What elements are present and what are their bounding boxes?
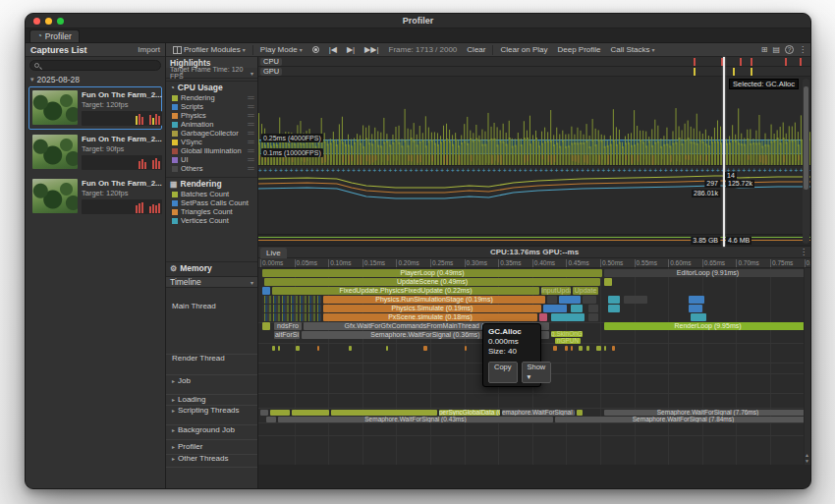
timeline-view-dropdown[interactable]: Timeline▾ [166, 276, 257, 288]
timeline-menu-icon[interactable]: ⋮ [800, 248, 807, 256]
timeline-bar-aitforsi[interactable]: aitForSi [274, 331, 300, 339]
capture-item[interactable]: Fun On The Farm_2...Target: 120fps [28, 86, 162, 130]
time-ruler[interactable]: 0.00ms0.05ms0.10ms0.15ms0.20ms0.25ms0.30… [258, 258, 810, 268]
job-sample[interactable] [604, 346, 606, 351]
timeline-bar[interactable] [262, 305, 321, 312]
rendering-stats-chart[interactable]: ++++++++++++++++++++++++++++++++++++++++… [258, 166, 810, 235]
drag-handle-icon[interactable]: == [248, 112, 253, 119]
drag-handle-icon[interactable]: == [248, 130, 253, 137]
timeline-bar-physics.runsimulationstage[interactable]: Physics.RunSimulationStage (0.19ms) [323, 296, 545, 304]
timeline-bar-editorloop[interactable]: EditorLoop (9.91ms) [604, 269, 810, 277]
target-frame-time-dropdown[interactable]: Target Frame Time: 120 FPS▾ [166, 68, 257, 79]
clear-on-play-toggle[interactable]: Clear on Play [497, 44, 550, 56]
timeline-tracks[interactable]: ▲ ▼ PlayerLoop (0.49ms)EditorLoop (9.91m… [258, 268, 810, 465]
timeline-bar-ndsfro[interactable]: ndsFro [274, 322, 302, 330]
timeline-bar[interactable] [559, 296, 581, 304]
call-stacks-dropdown[interactable]: Call Stacks▾ [608, 44, 658, 56]
timeline-bar[interactable] [539, 313, 547, 321]
timeline-bar[interactable] [583, 296, 596, 304]
timeline-bar-physics.simulate[interactable]: Physics.Simulate (0.19ms) [323, 305, 541, 312]
timeline-bar[interactable] [262, 313, 321, 321]
thread-group-scripting-threads[interactable]: ▸Scripting Threads [166, 405, 257, 415]
legend-item-others[interactable]: Others== [166, 164, 257, 173]
gpu-highlights-strip[interactable]: GPU [258, 67, 810, 77]
save-icon[interactable]: ▤ [772, 45, 780, 54]
timeline-bar[interactable] [608, 305, 620, 312]
drag-handle-icon[interactable]: == [248, 121, 253, 128]
profiler-modules-dropdown[interactable]: Profiler Modules▾ [170, 44, 249, 56]
timeline-bar-emaphore.waitforsignal[interactable]: emaphore.WaitForSignal (0.15s [502, 410, 575, 416]
captures-date-group[interactable]: ▾ 2025-08-28 [26, 74, 165, 85]
timeline-bar[interactable] [292, 410, 329, 416]
thread-group-profiler[interactable]: ▸Profiler [166, 441, 257, 451]
charts-scrollbar[interactable] [803, 79, 809, 244]
timeline-bar-fixedupdate.physicsfixedupdate[interactable]: FixedUpdate.PhysicsFixedUpdate (0.22ms) [272, 287, 539, 295]
job-sample[interactable] [612, 346, 615, 351]
frame-highlight-marker[interactable] [800, 58, 802, 66]
timeline-bar[interactable] [588, 305, 598, 312]
job-sample[interactable] [565, 346, 568, 351]
job-sample[interactable] [386, 346, 388, 351]
tab-profiler[interactable]: ◔ Profiler [29, 29, 80, 42]
record-button[interactable] [309, 44, 322, 56]
thread-group-main-thread[interactable]: Main Thread [166, 301, 257, 310]
timeline-bar[interactable] [588, 313, 598, 321]
thread-group-job[interactable]: ▸Job [166, 375, 257, 385]
play-mode-dropdown[interactable]: Play Mode▾ [257, 44, 306, 56]
job-sample[interactable] [317, 346, 319, 351]
drag-handle-icon[interactable]: == [248, 156, 253, 163]
current-frame-button[interactable]: ▶▶| [362, 44, 381, 56]
thread-group-loading[interactable]: ▸Loading [166, 394, 257, 404]
timeline-bar[interactable] [262, 287, 270, 295]
captures-search-input[interactable] [29, 60, 161, 71]
foldout-icon[interactable]: ▸ [172, 443, 175, 450]
legend-item-garbagecollector[interactable]: GarbageCollector== [166, 129, 257, 138]
timeline-bar[interactable] [260, 410, 268, 416]
frame-highlight-marker[interactable] [694, 68, 696, 76]
job-sample[interactable] [586, 346, 589, 351]
capture-thumbnail[interactable] [32, 135, 78, 169]
import-button[interactable]: Import [138, 45, 160, 54]
timeline-bar-g.skinong[interactable]: g.SkinOnG [551, 331, 583, 337]
next-frame-button[interactable]: ▶| [344, 44, 358, 56]
legend-item-triangles-count[interactable]: Triangles Count [166, 207, 257, 216]
job-sample[interactable] [571, 346, 573, 351]
frame-highlight-marker[interactable] [694, 58, 696, 66]
timeline-bar[interactable] [543, 305, 567, 312]
timeline-bar-pxscene.simulate[interactable]: PxScene.simulate (0.18ms) [323, 313, 537, 321]
timeline-bar[interactable] [266, 417, 276, 422]
foldout-icon[interactable]: ▸ [172, 377, 175, 384]
charts-scrollbar-thumb[interactable] [804, 86, 808, 190]
frame-highlight-marker[interactable] [733, 68, 735, 76]
timeline-bar[interactable] [551, 313, 584, 321]
timeline-bar[interactable] [571, 305, 583, 312]
cpu-highlights-strip[interactable]: CPU [258, 57, 810, 67]
job-sample[interactable] [423, 346, 427, 351]
capture-item[interactable]: Fun On The Farm_2...Target: 120fps [28, 175, 162, 218]
job-sample[interactable] [278, 346, 280, 351]
timeline-bar[interactable] [689, 305, 702, 312]
timeline-bar-semaphore.waitforsignal[interactable]: Semaphore.WaitForSignal (7.84ms) [555, 417, 810, 422]
job-sample[interactable] [465, 346, 467, 351]
timeline-bar[interactable] [604, 278, 612, 286]
timeline-bar-updatescene[interactable]: UpdateScene (0.49ms) [264, 278, 600, 286]
legend-item-global-illumination[interactable]: Global Illumination== [166, 146, 257, 155]
drag-handle-icon[interactable]: == [248, 147, 253, 154]
copy-button[interactable]: Copy [488, 362, 518, 383]
foldout-icon[interactable]: ▸ [172, 426, 175, 433]
timeline-bar-persyncglobaldata[interactable]: perSyncGlobalData (0.2 [439, 410, 500, 416]
timeline-bar[interactable] [624, 296, 647, 304]
module-rendering[interactable]: ▦ Rendering [166, 177, 257, 190]
legend-item-rendering[interactable]: Rendering== [166, 93, 257, 102]
job-sample[interactable] [596, 346, 601, 351]
prev-frame-button[interactable]: |◀ [326, 44, 340, 56]
legend-item-vsync[interactable]: VSync== [166, 138, 257, 146]
thread-group-background-job[interactable]: ▸Background Job [166, 424, 257, 434]
capture-thumbnail[interactable] [32, 90, 78, 125]
timeline-bar[interactable] [608, 296, 620, 304]
drag-handle-icon[interactable]: == [248, 139, 253, 145]
frame-highlight-marker[interactable] [751, 58, 752, 66]
timeline-bar[interactable] [262, 322, 270, 330]
deep-profile-toggle[interactable]: Deep Profile [554, 44, 603, 56]
legend-item-ui[interactable]: UI== [166, 155, 257, 164]
